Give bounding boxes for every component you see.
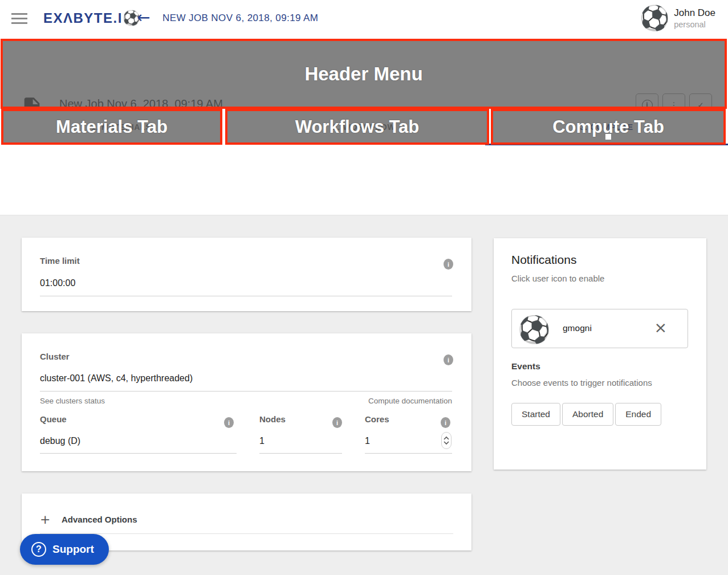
chevron-up-icon (444, 436, 449, 440)
exabyte-logo[interactable]: EXΛBYTE.I⚽ (43, 10, 141, 26)
cores-stepper[interactable] (441, 432, 452, 449)
back-arrow-icon[interactable]: ← (137, 8, 150, 27)
queue-label: Queue (40, 414, 67, 424)
input-underline (40, 391, 452, 392)
chip-username: gmogni (563, 323, 592, 333)
cores-label: Cores (365, 414, 389, 424)
annotation-workflows-tab: Workflows Tab (225, 109, 489, 145)
events-subtitle: Choose events to trigger notifications (511, 378, 652, 388)
compute-section-header: Compute Runtime configuration parameters… (0, 145, 728, 215)
question-mark-icon: ? (31, 542, 46, 557)
user-role: personal (674, 20, 715, 29)
compute-documentation-link[interactable]: Compute documentation (368, 397, 452, 405)
annotation-label: Header Menu (304, 63, 422, 85)
annotation-resize-handle[interactable] (605, 134, 611, 140)
advanced-options-toggle[interactable]: Advanced Options (62, 515, 137, 524)
event-aborted-button[interactable]: Aborted (562, 403, 613, 426)
event-buttons-row: Started Aborted Ended (511, 403, 661, 426)
info-icon[interactable]: i (444, 354, 453, 365)
time-limit-label: Time limit (40, 256, 80, 266)
event-ended-button[interactable]: Ended (615, 403, 661, 426)
annotation-compute-tab: Compute Tab (491, 109, 726, 145)
nav-job-title: NEW JOB NOV 6, 2018, 09:19 AM (162, 13, 318, 24)
top-navigation-bar: EXΛBYTE.I⚽ ← NEW JOB NOV 6, 2018, 09:19 … (0, 0, 728, 38)
support-button[interactable]: ? Support (20, 534, 109, 565)
info-icon[interactable]: i (444, 259, 453, 270)
info-icon[interactable]: i (332, 417, 342, 428)
cluster-label: Cluster (40, 352, 70, 361)
event-started-button[interactable]: Started (511, 403, 560, 426)
annotation-label: Materials Tab (56, 117, 168, 137)
input-underline (259, 453, 342, 454)
chevron-down-icon (444, 441, 449, 445)
time-limit-card: Time limit i 01:00:00 (22, 238, 471, 311)
user-meta: John Doe personal (674, 7, 715, 29)
user-avatar[interactable]: ⚽ (520, 316, 548, 343)
notifications-card: Notifications Click user icon to enable … (494, 238, 706, 470)
cluster-select[interactable]: cluster-001 (AWS, c4, hyperthreaded) (40, 373, 193, 384)
user-name: John Doe (674, 7, 715, 19)
notification-user-chip: ⚽ gmogni × (511, 309, 688, 348)
annotation-materials-tab: Materials Tab (1, 109, 222, 145)
annotation-header-menu: Header Menu (1, 39, 727, 109)
clusters-status-link[interactable]: See clusters status (40, 397, 105, 405)
input-underline (40, 453, 237, 454)
info-icon[interactable]: i (224, 417, 234, 428)
info-icon[interactable]: i (441, 417, 450, 428)
time-limit-input[interactable]: 01:00:00 (40, 278, 75, 288)
cores-input[interactable]: 1 (365, 436, 370, 446)
plus-icon[interactable]: + (40, 512, 50, 527)
annotation-label: Workflows Tab (295, 117, 420, 137)
nodes-label: Nodes (259, 414, 286, 424)
input-underline (365, 453, 452, 454)
cluster-card: Cluster i cluster-001 (AWS, c4, hyperthr… (22, 333, 471, 471)
events-title: Events (511, 361, 540, 372)
user-account-chip[interactable]: ⚽ John Doe personal (642, 6, 715, 31)
user-avatar[interactable]: ⚽ (642, 6, 667, 31)
notifications-subtitle: Click user icon to enable (511, 274, 604, 283)
nodes-input[interactable]: 1 (259, 436, 265, 446)
queue-select[interactable]: debug (D) (40, 436, 80, 446)
logo-text: EXΛBYTE.I (43, 10, 123, 26)
close-icon[interactable]: × (654, 320, 667, 335)
input-underline (40, 296, 452, 296)
divider (40, 533, 453, 534)
notifications-title: Notifications (511, 253, 576, 267)
support-label: Support (52, 543, 94, 556)
hamburger-menu-icon[interactable] (11, 13, 27, 25)
